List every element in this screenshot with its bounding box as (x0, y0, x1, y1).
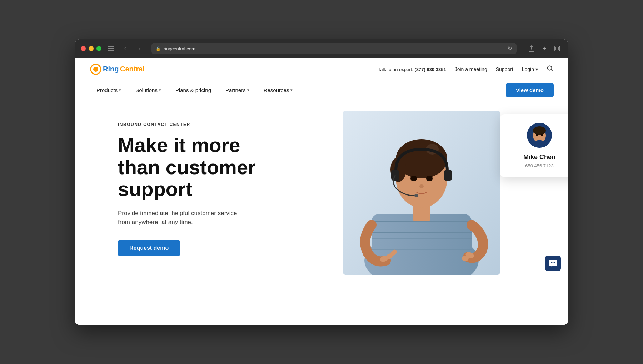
hero-person-container: 3:15 (343, 103, 550, 275)
svg-point-26 (426, 176, 433, 181)
nav-links: Products ▾ Solutions ▾ Plans & pricing P… (89, 81, 300, 100)
svg-text:Ring: Ring (103, 65, 119, 73)
nav-item-products[interactable]: Products ▾ (89, 81, 128, 100)
hero-title: Make it more than customer support (118, 134, 289, 200)
login-arrow-icon: ▾ (535, 66, 538, 72)
reload-button[interactable]: ↻ (508, 45, 512, 52)
chat-widget-button[interactable] (545, 256, 561, 271)
join-meeting-link[interactable]: Join a meeting (455, 66, 487, 72)
resources-arrow-icon: ▾ (290, 88, 293, 92)
view-demo-button[interactable]: View demo (506, 83, 554, 97)
header-right: Talk to an expert: (877) 930 3351 Join a… (378, 65, 554, 74)
hero-label: INBOUND CONTACT CENTER (118, 122, 289, 127)
logo[interactable]: Ring Central (89, 63, 154, 76)
svg-point-27 (419, 184, 424, 188)
close-button[interactable] (81, 46, 86, 51)
talk-expert-text: Talk to an expert: (877) 930 3351 (378, 67, 446, 72)
traffic-lights (81, 46, 101, 51)
products-arrow-icon: ▾ (119, 88, 121, 92)
url-text: ringcentral.com (164, 46, 195, 51)
request-demo-button[interactable]: Request demo (118, 240, 180, 256)
svg-rect-1 (108, 48, 114, 49)
maximize-button[interactable] (96, 46, 101, 51)
svg-rect-29 (444, 170, 452, 181)
svg-point-39 (536, 134, 538, 136)
call-card: 3:15 (500, 114, 568, 177)
search-button[interactable] (547, 65, 554, 74)
forward-button[interactable]: › (134, 44, 144, 54)
hero-section: INBOUND CONTACT CENTER Make it more than… (75, 100, 568, 278)
share-button[interactable] (527, 44, 537, 54)
address-bar[interactable]: 🔒 ringcentral.com ↻ (151, 43, 517, 54)
header-top: Ring Central Talk to an expert: (877) 93… (75, 58, 568, 81)
hero-image (343, 111, 500, 275)
nav-item-resources[interactable]: Resources ▾ (256, 81, 300, 100)
hero-content: INBOUND CONTACT CENTER Make it more than… (118, 122, 289, 256)
back-button[interactable]: ‹ (120, 44, 130, 54)
login-button[interactable]: Login ▾ (522, 66, 538, 72)
svg-rect-4 (556, 47, 559, 50)
tabs-button[interactable] (552, 44, 562, 54)
site-header: Ring Central Talk to an expert: (877) 93… (75, 58, 568, 100)
minimize-button[interactable] (89, 46, 94, 51)
lock-icon: 🔒 (156, 46, 161, 51)
browser-titlebar: ‹ › 🔒 ringcentral.com ↻ + (75, 39, 568, 58)
caller-number: 650 456 7123 (510, 163, 568, 168)
caller-avatar (527, 123, 552, 148)
partners-arrow-icon: ▾ (247, 88, 249, 92)
svg-point-43 (553, 262, 554, 263)
site-nav: Products ▾ Solutions ▾ Plans & pricing P… (75, 81, 568, 100)
svg-rect-2 (108, 50, 114, 51)
nav-item-solutions[interactable]: Solutions ▾ (128, 81, 168, 100)
website-content: Ring Central Talk to an expert: (877) 93… (75, 58, 568, 325)
svg-point-44 (554, 262, 555, 263)
browser-actions: + (527, 44, 562, 54)
new-tab-button[interactable]: + (539, 44, 549, 54)
phone-number: (877) 930 3351 (414, 67, 446, 72)
svg-point-42 (551, 262, 552, 263)
svg-point-38 (533, 126, 546, 135)
hero-visual: 3:15 (325, 100, 568, 278)
svg-point-6 (93, 67, 98, 72)
sidebar-toggle-button[interactable] (106, 44, 116, 54)
caller-name: Mike Chen (510, 153, 568, 161)
browser-window: ‹ › 🔒 ringcentral.com ↻ + (75, 39, 568, 325)
solutions-arrow-icon: ▾ (159, 88, 161, 92)
svg-rect-0 (108, 46, 114, 47)
svg-point-40 (541, 134, 543, 136)
svg-point-25 (410, 176, 417, 181)
svg-rect-3 (555, 46, 560, 51)
svg-text:Central: Central (120, 65, 145, 73)
svg-point-30 (414, 194, 418, 197)
support-link[interactable]: Support (496, 66, 513, 72)
hero-subtitle: Provide immediate, helpful customer serv… (118, 209, 289, 227)
nav-item-pricing[interactable]: Plans & pricing (168, 81, 218, 100)
nav-item-partners[interactable]: Partners ▾ (218, 81, 256, 100)
